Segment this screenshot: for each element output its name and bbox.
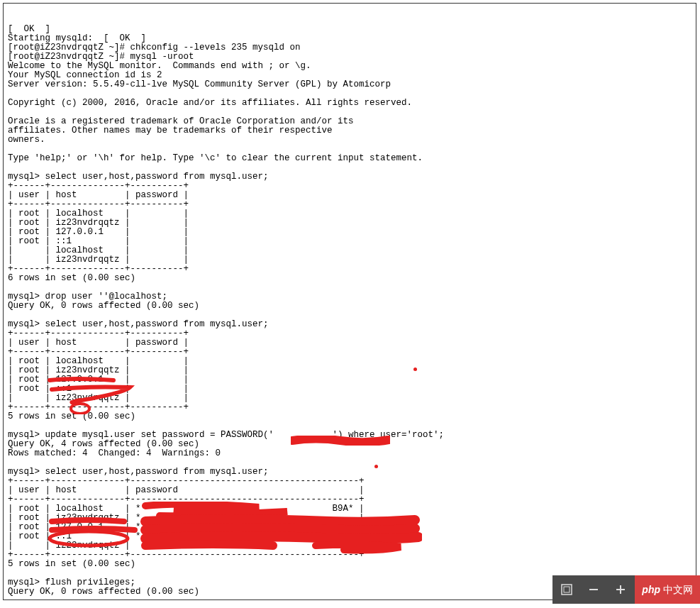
terminal-window[interactable]: [ OK ] Starting mysqld: [ OK ] [root@iZ2…	[3, 3, 696, 600]
fullscreen-icon[interactable]	[560, 582, 574, 597]
php-logo-text: php	[642, 585, 660, 595]
red-dot-1	[413, 367, 417, 371]
php-watermark[interactable]: php 中文网	[635, 575, 700, 604]
taskbar-controls	[552, 575, 635, 604]
red-dot-2	[374, 465, 378, 468]
svg-rect-3	[564, 587, 570, 592]
bottom-taskbar: php 中文网	[552, 575, 700, 604]
terminal-output: [ OK ] Starting mysqld: [ OK ] [root@iZ2…	[8, 25, 691, 600]
php-logo-suffix: 中文网	[663, 585, 693, 595]
svg-rect-2	[562, 585, 572, 595]
plus-icon[interactable]	[613, 582, 628, 597]
minus-icon[interactable]	[587, 582, 601, 597]
